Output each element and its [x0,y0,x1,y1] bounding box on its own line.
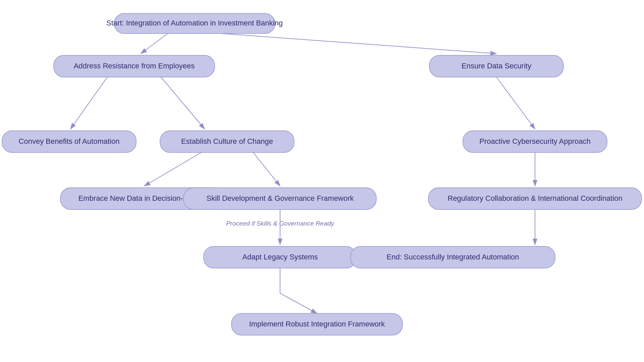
arrow-address-to-convey [70,77,107,129]
node-regulatory-label: Regulatory Collaboration & International… [448,194,623,202]
node-establish-culture-label: Establish Culture of Change [181,137,273,145]
arrow-security-to-proactive [496,77,535,129]
node-implement-robust-label: Implement Robust Integration Framework [249,320,385,328]
arrow-address-to-establish [161,77,205,129]
node-skill-dev-label: Skill Development & Governance Framework [207,194,354,202]
arrow-establish-to-embrace [144,153,201,186]
node-proactive-cyber-label: Proactive Cybersecurity Approach [479,137,590,145]
arrow-establish-to-skill [253,153,280,186]
node-adapt-legacy-label: Adapt Legacy Systems [242,253,318,261]
arrow-adapt-to-implement [280,268,317,313]
arrow-start-to-address [141,34,168,54]
node-end-label: End: Successfully Integrated Automation [386,253,519,261]
node-start-label: Start: Integration of Automation in Inve… [106,19,283,27]
arrow-start-to-security [221,34,496,54]
node-ensure-security-label: Ensure Data Security [462,62,531,70]
node-address-resistance-label: Address Resistance from Employees [74,62,195,70]
node-convey-benefits-label: Convey Benefits of Automation [19,137,120,145]
